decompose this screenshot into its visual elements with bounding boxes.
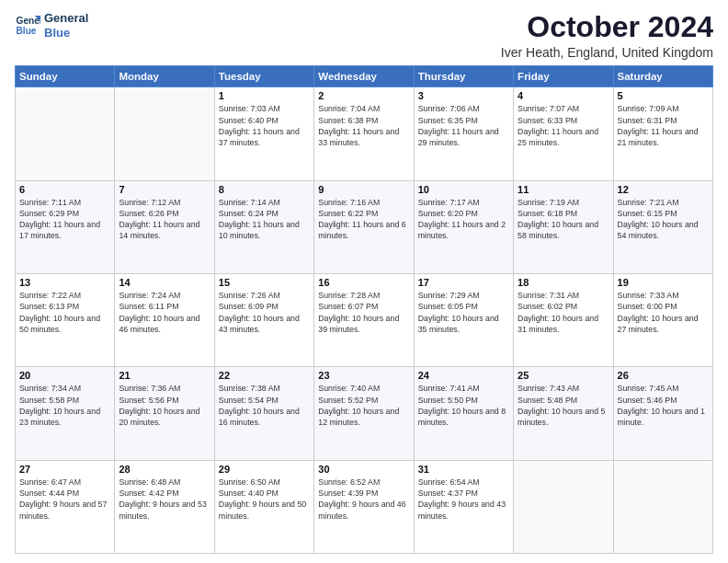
table-row: 3Sunrise: 7:06 AM Sunset: 6:35 PM Daylig… xyxy=(414,87,513,180)
col-monday: Monday xyxy=(115,66,214,87)
table-row xyxy=(16,87,115,180)
table-row: 23Sunrise: 7:40 AM Sunset: 5:52 PM Dayli… xyxy=(314,367,414,460)
day-info: Sunrise: 7:07 AM Sunset: 6:33 PM Dayligh… xyxy=(518,103,609,148)
day-info: Sunrise: 6:54 AM Sunset: 4:37 PM Dayligh… xyxy=(418,477,509,522)
table-row: 25Sunrise: 7:43 AM Sunset: 5:48 PM Dayli… xyxy=(514,367,613,460)
day-info: Sunrise: 7:31 AM Sunset: 6:02 PM Dayligh… xyxy=(518,290,609,335)
day-info: Sunrise: 7:34 AM Sunset: 5:58 PM Dayligh… xyxy=(19,383,110,428)
day-number: 9 xyxy=(318,184,409,195)
day-number: 12 xyxy=(618,184,709,195)
table-row: 30Sunrise: 6:52 AM Sunset: 4:39 PM Dayli… xyxy=(314,460,414,553)
calendar-week-row: 13Sunrise: 7:22 AM Sunset: 6:13 PM Dayli… xyxy=(16,273,713,366)
day-info: Sunrise: 7:40 AM Sunset: 5:52 PM Dayligh… xyxy=(318,383,409,428)
day-number: 2 xyxy=(318,90,409,101)
table-row: 17Sunrise: 7:29 AM Sunset: 6:05 PM Dayli… xyxy=(414,273,513,366)
day-info: Sunrise: 7:33 AM Sunset: 6:00 PM Dayligh… xyxy=(618,290,709,335)
col-thursday: Thursday xyxy=(414,66,513,87)
day-number: 16 xyxy=(318,277,409,288)
day-number: 3 xyxy=(418,90,509,101)
table-row xyxy=(115,87,214,180)
col-wednesday: Wednesday xyxy=(314,66,414,87)
table-row: 19Sunrise: 7:33 AM Sunset: 6:00 PM Dayli… xyxy=(613,273,712,366)
day-info: Sunrise: 7:03 AM Sunset: 6:40 PM Dayligh… xyxy=(219,103,310,148)
day-info: Sunrise: 7:28 AM Sunset: 6:07 PM Dayligh… xyxy=(318,290,409,335)
day-info: Sunrise: 7:22 AM Sunset: 6:13 PM Dayligh… xyxy=(19,290,110,335)
day-number: 20 xyxy=(19,370,110,381)
table-row: 13Sunrise: 7:22 AM Sunset: 6:13 PM Dayli… xyxy=(16,273,115,366)
day-number: 11 xyxy=(518,184,609,195)
location: Iver Heath, England, United Kingdom xyxy=(501,45,713,60)
calendar-week-row: 6Sunrise: 7:11 AM Sunset: 6:29 PM Daylig… xyxy=(16,180,713,273)
table-row xyxy=(514,460,613,553)
calendar-week-row: 20Sunrise: 7:34 AM Sunset: 5:58 PM Dayli… xyxy=(16,367,713,460)
table-row: 8Sunrise: 7:14 AM Sunset: 6:24 PM Daylig… xyxy=(214,180,313,273)
table-row: 29Sunrise: 6:50 AM Sunset: 4:40 PM Dayli… xyxy=(214,460,313,553)
col-saturday: Saturday xyxy=(613,66,712,87)
calendar-week-row: 1Sunrise: 7:03 AM Sunset: 6:40 PM Daylig… xyxy=(16,87,713,180)
day-number: 5 xyxy=(618,90,709,101)
day-number: 25 xyxy=(518,370,609,381)
day-info: Sunrise: 7:11 AM Sunset: 6:29 PM Dayligh… xyxy=(19,197,110,242)
table-row: 10Sunrise: 7:17 AM Sunset: 6:20 PM Dayli… xyxy=(414,180,513,273)
day-number: 26 xyxy=(618,370,709,381)
table-row: 15Sunrise: 7:26 AM Sunset: 6:09 PM Dayli… xyxy=(214,273,313,366)
day-number: 7 xyxy=(119,184,210,195)
table-row: 9Sunrise: 7:16 AM Sunset: 6:22 PM Daylig… xyxy=(314,180,414,273)
day-info: Sunrise: 6:48 AM Sunset: 4:42 PM Dayligh… xyxy=(119,477,210,522)
table-row: 7Sunrise: 7:12 AM Sunset: 6:26 PM Daylig… xyxy=(115,180,214,273)
day-number: 24 xyxy=(418,370,509,381)
day-info: Sunrise: 7:41 AM Sunset: 5:50 PM Dayligh… xyxy=(418,383,509,428)
day-info: Sunrise: 7:29 AM Sunset: 6:05 PM Dayligh… xyxy=(418,290,509,335)
table-row: 1Sunrise: 7:03 AM Sunset: 6:40 PM Daylig… xyxy=(214,87,313,180)
table-row: 20Sunrise: 7:34 AM Sunset: 5:58 PM Dayli… xyxy=(16,367,115,460)
day-info: Sunrise: 7:43 AM Sunset: 5:48 PM Dayligh… xyxy=(518,383,609,428)
logo-icon: General Blue xyxy=(15,13,40,39)
day-number: 18 xyxy=(518,277,609,288)
table-row: 27Sunrise: 6:47 AM Sunset: 4:44 PM Dayli… xyxy=(16,460,115,553)
table-row: 18Sunrise: 7:31 AM Sunset: 6:02 PM Dayli… xyxy=(514,273,613,366)
day-info: Sunrise: 7:19 AM Sunset: 6:18 PM Dayligh… xyxy=(518,197,609,242)
day-number: 28 xyxy=(119,464,210,475)
day-info: Sunrise: 7:17 AM Sunset: 6:20 PM Dayligh… xyxy=(418,197,509,242)
day-info: Sunrise: 7:04 AM Sunset: 6:38 PM Dayligh… xyxy=(318,103,409,148)
table-row: 31Sunrise: 6:54 AM Sunset: 4:37 PM Dayli… xyxy=(414,460,513,553)
table-row: 14Sunrise: 7:24 AM Sunset: 6:11 PM Dayli… xyxy=(115,273,214,366)
table-row: 4Sunrise: 7:07 AM Sunset: 6:33 PM Daylig… xyxy=(514,87,613,180)
table-row: 22Sunrise: 7:38 AM Sunset: 5:54 PM Dayli… xyxy=(214,367,313,460)
day-number: 13 xyxy=(19,277,110,288)
day-number: 31 xyxy=(418,464,509,475)
day-number: 19 xyxy=(618,277,709,288)
col-tuesday: Tuesday xyxy=(214,66,313,87)
day-info: Sunrise: 7:16 AM Sunset: 6:22 PM Dayligh… xyxy=(318,197,409,242)
day-number: 17 xyxy=(418,277,509,288)
table-row xyxy=(613,460,712,553)
day-number: 21 xyxy=(119,370,210,381)
day-info: Sunrise: 7:26 AM Sunset: 6:09 PM Dayligh… xyxy=(219,290,310,335)
day-number: 6 xyxy=(19,184,110,195)
table-row: 5Sunrise: 7:09 AM Sunset: 6:31 PM Daylig… xyxy=(613,87,712,180)
header: General Blue General Blue October 2024 I… xyxy=(15,11,713,60)
day-number: 22 xyxy=(219,370,310,381)
day-number: 14 xyxy=(119,277,210,288)
calendar-table: Sunday Monday Tuesday Wednesday Thursday… xyxy=(15,65,713,554)
calendar-header-row: Sunday Monday Tuesday Wednesday Thursday… xyxy=(16,66,713,87)
day-number: 1 xyxy=(219,90,310,101)
table-row: 28Sunrise: 6:48 AM Sunset: 4:42 PM Dayli… xyxy=(115,460,214,553)
logo-text-line2: Blue xyxy=(44,26,88,40)
day-number: 4 xyxy=(518,90,609,101)
svg-text:Blue: Blue xyxy=(17,26,37,36)
day-info: Sunrise: 6:50 AM Sunset: 4:40 PM Dayligh… xyxy=(219,477,310,522)
day-info: Sunrise: 6:47 AM Sunset: 4:44 PM Dayligh… xyxy=(19,477,110,522)
table-row: 6Sunrise: 7:11 AM Sunset: 6:29 PM Daylig… xyxy=(16,180,115,273)
month-title: October 2024 xyxy=(501,11,713,43)
day-info: Sunrise: 7:36 AM Sunset: 5:56 PM Dayligh… xyxy=(119,383,210,428)
table-row: 24Sunrise: 7:41 AM Sunset: 5:50 PM Dayli… xyxy=(414,367,513,460)
table-row: 16Sunrise: 7:28 AM Sunset: 6:07 PM Dayli… xyxy=(314,273,414,366)
day-number: 8 xyxy=(219,184,310,195)
logo-text-line1: General xyxy=(44,11,88,26)
table-row: 26Sunrise: 7:45 AM Sunset: 5:46 PM Dayli… xyxy=(613,367,712,460)
day-number: 15 xyxy=(219,277,310,288)
day-info: Sunrise: 7:09 AM Sunset: 6:31 PM Dayligh… xyxy=(618,103,709,148)
day-number: 27 xyxy=(19,464,110,475)
day-info: Sunrise: 7:14 AM Sunset: 6:24 PM Dayligh… xyxy=(219,197,310,242)
